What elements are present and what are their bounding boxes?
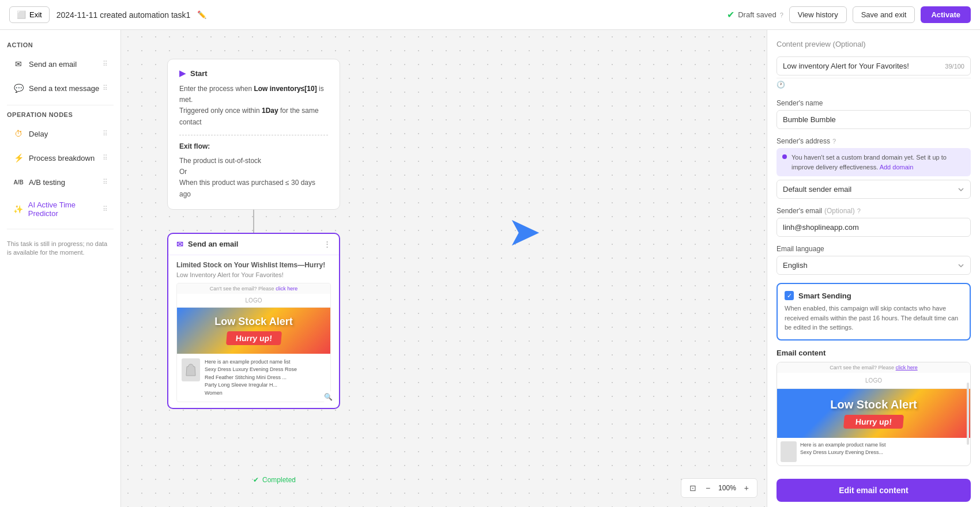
- start-body-bold: Low inventory≤[10]: [254, 85, 316, 93]
- draft-help-icon: ?: [780, 12, 783, 18]
- cant-see-notice: Can't see the email? Please click here: [177, 283, 330, 294]
- canvas[interactable]: ▶ Start Enter the process when Low inven…: [121, 30, 767, 507]
- clock-icon: 🕐: [777, 81, 785, 89]
- exit-flow-section: Exit flow: The product is out-of-stockOr…: [179, 135, 328, 200]
- right-panel: Content preview (Optional) Low inventory…: [767, 30, 980, 507]
- sidebar-item-ai-predictor[interactable]: ✨ AI Active Time Predictor ⠿: [7, 195, 114, 223]
- drag-ai-icon: ⠿: [103, 205, 108, 213]
- drag-delay-icon: ⠿: [103, 130, 108, 138]
- ai-icon: ✨: [13, 203, 24, 215]
- senders-address-label: Sender's address ?: [777, 137, 971, 145]
- task-title: 2024-11-11 created automation task1: [56, 10, 191, 20]
- flow-arrow: ➤: [507, 208, 541, 255]
- process-icon: ⚡: [13, 152, 24, 164]
- smart-sending-desc: When enabled, this campaign will skip co…: [785, 304, 963, 332]
- email-node-content: Limited Stock on Your Wishlist Items—Hur…: [168, 255, 339, 408]
- email-thumbnail: Can't see the email? Please click here L…: [176, 283, 331, 403]
- status-note: This task is still in progress; no data …: [7, 235, 114, 262]
- email-content-section: Email content Can't see the email? Pleas…: [777, 349, 971, 466]
- zoom-preview-icon[interactable]: 🔍: [322, 391, 331, 402]
- exit-flow-conditions: The product is out-of-stockOrWhen this p…: [179, 156, 328, 200]
- thumbnail-logo: LOGO: [177, 294, 330, 308]
- ep-scrollbar[interactable]: [967, 383, 969, 444]
- subject-input-text: Low inventory Alert for Your Favorites!: [783, 62, 909, 70]
- domain-info-banner: You haven't set a custom brand domain ye…: [777, 148, 971, 176]
- activate-button[interactable]: Activate: [921, 6, 971, 23]
- completed-node: ✔ Completed: [253, 476, 296, 484]
- sidebar-item-ai-left: ✨ AI Active Time Predictor: [13, 200, 103, 218]
- email-node-icon: ✉: [176, 240, 183, 249]
- email-icon: ✉: [13, 58, 24, 70]
- subject-counter: 39/100: [945, 63, 964, 70]
- sidebar-item-ab-label: A/B testing: [29, 178, 65, 187]
- edit-title-icon[interactable]: ✏️: [197, 10, 206, 19]
- ep-cant-see: Can't see the email? Please click here: [777, 362, 970, 373]
- save-exit-button[interactable]: Save and exit: [853, 6, 915, 23]
- right-panel-content: Content preview (Optional) Low inventory…: [767, 30, 980, 507]
- email-node-header: ✉ Send an email ⋮: [168, 234, 339, 255]
- start-node-title: Start: [190, 69, 208, 78]
- zoom-in-button[interactable]: +: [741, 481, 752, 495]
- sidebar-item-send-text[interactable]: 💬 Send a text message ⠿: [7, 77, 114, 99]
- sidebar-item-process-breakdown[interactable]: ⚡ Process breakdown ⠿: [7, 147, 114, 169]
- ep-logo: LOGO: [777, 373, 970, 389]
- zoom-out-button[interactable]: −: [702, 481, 714, 495]
- ep-product-image: [781, 441, 797, 462]
- ep-product-text: Here is an example product name list Sex…: [800, 441, 886, 462]
- exit-flow-label: Exit flow:: [179, 141, 328, 152]
- senders-email-help-icon[interactable]: ?: [857, 207, 861, 214]
- view-history-button[interactable]: View history: [789, 6, 847, 23]
- senders-email-field: Sender's email (Optional) ?: [777, 207, 971, 237]
- senders-address-field: Sender's address ? You haven't set a cus…: [777, 137, 971, 199]
- sidebar-item-send-text-label: Send a text message: [29, 84, 99, 93]
- info-banner-text: You haven't set a custom brand domain ye…: [791, 153, 965, 172]
- senders-name-label: Sender's name: [777, 99, 971, 107]
- start-node[interactable]: ▶ Start Enter the process when Low inven…: [167, 59, 340, 210]
- email-node-header-left: ✉ Send an email: [176, 240, 238, 249]
- thumbnail-banner: Low Stock Alert Hurry up!: [177, 308, 330, 354]
- flow-container: ▶ Start Enter the process when Low inven…: [167, 59, 340, 409]
- email-language-select[interactable]: English Vietnamese French Spanish: [777, 256, 971, 275]
- senders-address-help-icon[interactable]: ?: [832, 138, 836, 145]
- click-here-link[interactable]: click here: [276, 286, 297, 292]
- fit-view-button[interactable]: ⊡: [686, 481, 700, 495]
- sidebar-item-ab-testing[interactable]: A/B A/B testing ⠿: [7, 171, 114, 193]
- operation-section-title: Operation nodes: [7, 111, 114, 118]
- smart-sending-checkbox[interactable]: [785, 291, 794, 300]
- edit-email-button[interactable]: Edit email content: [777, 479, 971, 502]
- exit-icon: ⬜: [17, 10, 26, 19]
- email-subject: Limited Stock on Your Wishlist Items—Hur…: [176, 261, 331, 269]
- sidebar: Action ✉ Send an email ⠿ 💬 Send a text m…: [0, 30, 121, 507]
- ep-click-here-link[interactable]: click here: [896, 365, 918, 370]
- sidebar-item-send-email[interactable]: ✉ Send an email ⠿: [7, 53, 114, 75]
- ep-product-row: Here is an example product name list Sex…: [777, 438, 970, 466]
- sidebar-item-delay[interactable]: ⏱ Delay ⠿: [7, 123, 114, 145]
- ep-banner: Low Stock Alert Hurry up!: [777, 389, 970, 438]
- start-node-header: ▶ Start: [179, 69, 328, 78]
- canvas-controls: ⊡ − 100% +: [681, 478, 757, 498]
- start-node-body: Enter the process when Low inventory≤[10…: [179, 84, 328, 200]
- thumbnail-product-section: Here is an example product name list Sex…: [177, 354, 330, 402]
- exit-button[interactable]: ⬜ Exit: [9, 6, 50, 23]
- connector-line-1: [253, 210, 254, 233]
- sidebar-item-delay-label: Delay: [29, 130, 48, 138]
- drag-ab-icon: ⠿: [103, 178, 108, 186]
- drag-process-icon: ⠿: [103, 154, 108, 162]
- email-node-menu-icon[interactable]: ⋮: [323, 240, 331, 248]
- senders-name-input[interactable]: [777, 110, 971, 129]
- content-preview-label: Content preview: [777, 40, 833, 48]
- email-node[interactable]: ✉ Send an email ⋮ Limited Stock on Your …: [167, 233, 340, 410]
- senders-email-input[interactable]: [777, 218, 971, 237]
- product-text-lines: Here is an example product name list Sex…: [205, 358, 326, 398]
- sender-address-select[interactable]: Default sender email: [777, 180, 971, 199]
- sidebar-item-ab-left: A/B A/B testing: [13, 176, 65, 188]
- sidebar-item-delay-left: ⏱ Delay: [13, 128, 48, 139]
- content-preview-title: Content preview (Optional): [777, 39, 971, 48]
- subject-input-display: Low inventory Alert for Your Favorites! …: [777, 56, 971, 75]
- add-domain-link[interactable]: Add domain: [880, 164, 914, 171]
- zoom-level-display: 100%: [716, 484, 738, 492]
- draft-saved-status: ✔ Draft saved ?: [727, 9, 783, 20]
- draft-saved-label: Draft saved: [738, 10, 776, 19]
- sidebar-item-ai-label: AI Active Time Predictor: [28, 200, 103, 218]
- play-icon: ▶: [179, 69, 186, 78]
